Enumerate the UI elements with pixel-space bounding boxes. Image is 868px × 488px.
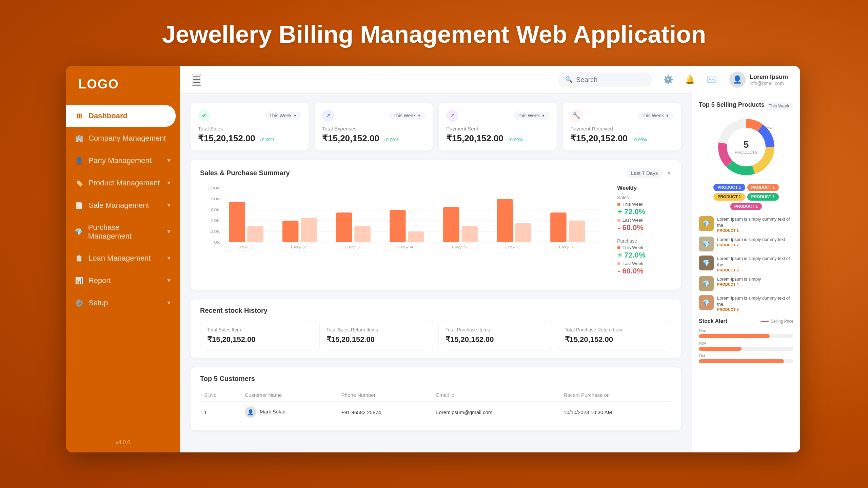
stat-change-2: +0.00%	[508, 137, 522, 142]
stock-history-section: Recent stock History Total Sales Item ₹1…	[191, 299, 681, 358]
svg-text:60k: 60k	[211, 208, 220, 212]
customers-col-3: Email Id	[432, 389, 559, 402]
sidebar-label-purchase: Purchase Management	[88, 223, 162, 241]
svg-text:Day 1: Day 1	[237, 245, 253, 249]
sidebar-logo: LOGO	[66, 66, 180, 102]
product-tag-2[interactable]: PRODUCT 1	[713, 193, 745, 201]
sidebar-item-party[interactable]: 👤 Party Management ▼	[66, 150, 180, 171]
stock-card-label-1: Total Sales Return Items	[327, 327, 426, 332]
sidebar-item-purchase[interactable]: 💎 Purchase Management ▼	[66, 217, 180, 247]
stat-card-header-3: 🔧 This Week ▼	[570, 109, 673, 122]
stat-card-2: ↗ This Week ▼ Payment Sent ₹15,20,152.00…	[439, 103, 557, 150]
svg-rect-19	[354, 226, 370, 242]
svg-text:Day 4: Day 4	[398, 245, 413, 249]
search-input[interactable]	[576, 76, 645, 84]
last7days-filter[interactable]: Last 7 Days	[626, 168, 663, 178]
stock-card-label-3: Total Purchase Return Item	[565, 327, 665, 332]
stat-week-badge-2[interactable]: This Week ▼	[513, 111, 549, 120]
message-icon[interactable]: ✉️	[704, 72, 719, 87]
stat-week-label-0: This Week	[269, 113, 292, 118]
sidebar-icon-dashboard: ⊞	[74, 111, 84, 121]
stat-card-header-1: ↗ This Week ▼	[322, 109, 425, 122]
stat-week-badge-1[interactable]: This Week ▼	[389, 111, 425, 120]
stat-label-2: Payment Sent	[446, 126, 549, 131]
product-info-0: Lorem Ipsum is simply dummy text of the …	[717, 216, 793, 232]
stock-bar-item-0: Dec	[699, 328, 793, 338]
customer-purchase-0: 10/10/2023 10:30 AM	[559, 402, 671, 423]
donut-center-num: 5	[735, 139, 757, 150]
notification-icon[interactable]: 🔔	[683, 72, 697, 87]
stat-label-3: Payment Received	[570, 126, 673, 131]
sidebar-item-loan[interactable]: 📋 Loan Management ▼	[66, 247, 180, 269]
product-info-4: Lorem Ipsum is simply dummy text of the …	[717, 295, 793, 311]
product-tags: PRODUCT 1PRODUCT 1PRODUCT 1PRODUCT 1PROD…	[699, 184, 793, 210]
sales-chart-section: Sales & Purchase Summary Last 7 Days ▼ 1…	[191, 160, 681, 290]
stat-card-header-2: ↗ This Week ▼	[446, 109, 549, 122]
stat-week-badge-3[interactable]: This Week ▼	[637, 111, 673, 120]
product-tag-0[interactable]: PRODUCT 1	[713, 184, 745, 191]
product-thumb-4: 💎	[699, 295, 714, 310]
svg-rect-16	[301, 218, 317, 242]
charts-filter: Last 7 Days ▼	[626, 168, 671, 178]
svg-text:Day 6: Day 6	[505, 245, 520, 249]
hamburger-button[interactable]: ☰	[192, 74, 201, 86]
dashboard-main: ✔ This Week ▼ Total Sales ₹15,20,152.00 …	[180, 93, 692, 452]
stock-card-label-0: Total Sales Item	[207, 327, 307, 332]
product-label-3: PRODUCT 4	[717, 282, 761, 286]
stock-bar-fill-1	[699, 347, 742, 351]
sidebar-icon-report: 📊	[74, 276, 84, 285]
product-info-1: Lorem Ipsum is simply dummy text PRODUCT…	[717, 237, 785, 247]
svg-text:40k: 40k	[211, 219, 220, 223]
sales-last-week-dot	[617, 219, 620, 222]
dashboard-body: ✔ This Week ▼ Total Sales ₹15,20,152.00 …	[180, 93, 800, 452]
stat-card-header-0: ✔ This Week ▼	[198, 109, 301, 122]
product-item-4: 💎 Lorem Ipsum is simply dummy text of th…	[699, 295, 793, 311]
product-tag-1[interactable]: PRODUCT 1	[747, 184, 779, 191]
stat-icon-0: ✔	[198, 109, 210, 122]
table-row: 1 👤Mark Solan +91 96582 25874 Loremipsum…	[200, 402, 671, 423]
product-thumb-2: 💎	[699, 256, 714, 270]
sidebar-item-company[interactable]: 🏢 Company Management	[66, 127, 180, 149]
stock-bar-track-0	[699, 334, 793, 338]
selling-price-legend-label: Selling Price	[771, 319, 793, 324]
svg-rect-18	[336, 212, 352, 242]
settings-icon[interactable]: ⚙️	[661, 72, 676, 87]
charts-header: Sales & Purchase Summary Last 7 Days ▼	[200, 168, 671, 178]
product-label-4: PRODUCT 5	[717, 307, 793, 311]
customer-avatar-0: 👤	[245, 406, 256, 418]
stock-bar-fill-0	[699, 334, 770, 338]
stock-alert-legend: Selling Price	[761, 319, 793, 324]
purchase-last-week-dot	[617, 262, 620, 265]
product-info-3: Lorem Ipsum is simply PRODUCT 4	[717, 276, 761, 286]
sidebar-navigation: ⊞ Dashboard 🏢 Company Management 👤 Party…	[66, 102, 180, 433]
purchase-this-week-label: This Week	[617, 245, 671, 250]
stat-value-1: ₹15,20,152.00	[322, 133, 379, 143]
stat-label-0: Total Sales	[198, 126, 301, 131]
filter-chevron-icon: ▼	[667, 170, 671, 176]
sidebar-icon-setup: ⚙️	[74, 298, 84, 308]
purchase-this-week-text: This Week	[623, 245, 643, 250]
sidebar: LOGO ⊞ Dashboard 🏢 Company Management 👤 …	[66, 66, 180, 452]
stock-card-2: Total Purchase Items ₹15,20,152.00	[438, 321, 552, 350]
sidebar-item-sale[interactable]: 📄 Sale Management ▼	[66, 195, 180, 216]
customers-col-4: Recent Purchase on	[559, 389, 671, 402]
svg-rect-27	[497, 199, 513, 242]
top5-this-week-badge[interactable]: This Week	[765, 102, 793, 110]
product-tag-3[interactable]: PRODUCT 1	[747, 193, 779, 201]
product-tag-4[interactable]: PRODUCT 1	[730, 203, 762, 210]
stock-bar-label-0: Dec	[699, 328, 793, 333]
donut-center: 5 PRODUCTS	[735, 139, 757, 155]
sidebar-item-product[interactable]: 🏷️ Product Management ▼	[66, 172, 180, 194]
svg-text:Day 7: Day 7	[559, 245, 574, 249]
sidebar-item-report[interactable]: 📊 Report ▼	[66, 270, 180, 291]
product-thumb-1: 💎	[699, 237, 714, 251]
sidebar-item-setup[interactable]: ⚙️ Setup ▼	[66, 292, 180, 314]
svg-text:32%: 32%	[764, 126, 772, 131]
sidebar-item-dashboard[interactable]: ⊞ Dashboard	[66, 105, 176, 127]
main-content: ☰ 🔍 ⚙️ 🔔 ✉️ 👤 Lorem Ipsum info@gmail.com	[180, 66, 800, 452]
stat-week-badge-0[interactable]: This Week ▼	[265, 111, 301, 120]
user-profile[interactable]: 👤 Lorem Ipsum info@gmail.com	[729, 72, 788, 88]
sales-last-week-text: Last Week	[623, 218, 643, 223]
sidebar-icon-loan: 📋	[74, 253, 84, 263]
stat-icon-2: ↗	[446, 109, 458, 122]
